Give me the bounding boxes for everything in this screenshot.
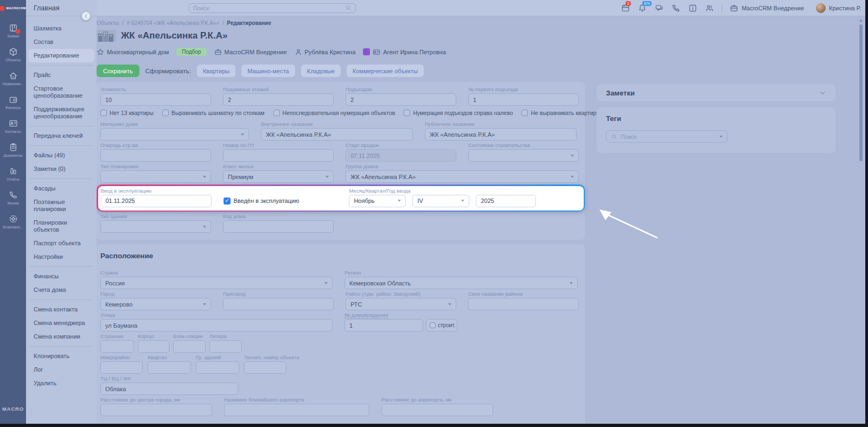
checkbox[interactable]: Нет 13 квартиры [100,110,154,116]
select[interactable]: Кемеровская Область [344,277,578,289]
select[interactable]: РТС [346,298,456,310]
rail-item[interactable]: Недвижим... [0,71,26,86]
text-input[interactable]: 1 [344,319,423,332]
text-input[interactable]: ЖК «Апельсинка Р.К.А» [261,128,413,141]
sidebar-item[interactable]: Поэтажные планировки [28,195,94,216]
save-button[interactable]: Сохранить [97,65,139,77]
text-input[interactable]: 1 [468,93,579,106]
notes-panel[interactable]: Заметки [597,84,835,101]
construction-checkbox[interactable]: строит. [426,319,457,332]
user-menu[interactable]: Кристина Р. [816,3,861,13]
sidebar-item[interactable]: Редактирование [28,49,94,62]
sidebar-item[interactable]: Финансы [28,270,94,283]
text-input[interactable] [148,361,191,374]
global-search[interactable] [189,3,356,13]
text-input[interactable]: 07.11.2025 [346,149,456,162]
text-input[interactable]: ЖК «Апельсинка Р.К.А» [425,128,577,141]
text-input[interactable] [381,404,493,416]
sidebar-item[interactable]: Шахматка [28,22,94,35]
text-input[interactable] [100,149,211,162]
sidebar-item[interactable]: Файлы (49) [28,149,94,162]
text-input[interactable] [244,361,286,374]
object-manager[interactable]: Рублёва Кристина [295,48,356,56]
select[interactable]: Кемерово [100,298,211,310]
generate-button[interactable]: Кладовые [301,65,341,77]
sidebar-item[interactable]: Прайс [28,68,94,82]
select[interactable] [468,149,579,162]
sidebar-item[interactable]: Лог [28,363,94,377]
sidebar-item[interactable]: Смена компании [28,330,94,343]
rail-item[interactable]: Контакты [0,118,26,133]
sidebar-item[interactable]: Заметки (0) [28,162,94,176]
quarter-select[interactable]: IV [412,195,469,207]
rail-item[interactable]: Заявки [0,23,26,38]
scrollbar-thumb[interactable] [859,24,863,161]
sidebar-item[interactable]: Клонировать [28,349,94,363]
text-input[interactable] [468,298,579,310]
checkbox[interactable]: Выравнивать шахматку по стоякам [162,110,265,116]
text-input[interactable] [196,361,239,374]
chat-icon[interactable] [655,4,663,12]
scrollbar[interactable] [859,17,864,423]
users-icon[interactable] [705,4,714,12]
brand-logo[interactable]: MACROCRM [0,0,26,16]
generate-button[interactable]: Квартиры [197,65,235,77]
checkbox[interactable]: Нумерация подъездов справа налево [404,110,513,116]
info-icon[interactable] [688,4,697,12]
sidebar-item[interactable]: Фасады [28,182,94,195]
scroll-up-icon[interactable] [859,19,863,22]
select[interactable] [100,220,211,233]
sidebar-item[interactable]: Паспорт объекта [28,237,94,250]
sidebar-item[interactable]: Передача ключей [28,129,94,143]
checkbox[interactable]: Непоследовательная нумерация объектов [273,110,395,116]
rail-item[interactable]: Возможно... [0,214,26,229]
object-photo[interactable] [97,30,116,42]
text-input[interactable]: ул Баумана [100,319,333,332]
calendar-icon[interactable]: 2 [621,4,630,12]
rail-item[interactable]: Объекты [0,47,26,62]
text-input[interactable]: 2 [346,93,456,106]
rail-item[interactable]: Отчёты [0,166,26,181]
text-input[interactable] [224,404,369,416]
sidebar-item[interactable]: Стартовое ценообразование [28,82,94,103]
breadcrumb-item[interactable]: Объекты [97,20,119,26]
year-input[interactable]: 2025 [476,195,536,207]
sidebar-item[interactable]: Счета дома [28,283,94,297]
select[interactable] [100,128,249,141]
text-input[interactable] [223,298,334,310]
company-switcher[interactable]: MacroCRM Внедрение [730,4,804,12]
text-input[interactable] [100,361,143,374]
commissioned-checkbox[interactable]: Введён в эксплуатацию [224,197,299,205]
text-input[interactable] [209,340,242,353]
generate-button[interactable]: Машино-места [241,65,295,77]
text-input[interactable] [138,340,169,353]
text-input[interactable] [100,404,212,416]
select[interactable] [100,170,211,183]
sidebar-item[interactable]: Удалить [28,377,94,390]
text-input[interactable]: 10 [100,93,211,106]
text-input[interactable] [223,220,334,233]
bell-icon[interactable]: 674 [638,4,647,12]
text-input[interactable]: Облака [100,383,238,395]
phone-call-icon[interactable] [672,4,680,12]
select[interactable]: ЖК «Апельсинка Р.К.А» [346,170,579,183]
select[interactable]: Россия [100,277,333,289]
object-agent[interactable]: Агент Ирина Петровна [363,48,446,56]
breadcrumb-item[interactable]: # 6249704 «ЖК «Апельсинка Р.К.А»» [127,20,219,26]
generate-button[interactable]: Коммерческие объекты [347,65,424,77]
select[interactable]: Премиум [223,170,334,183]
object-company[interactable]: MacroCRM Внедрение [214,48,287,56]
rail-item[interactable]: Финансы [0,94,26,110]
object-type[interactable]: Многоквартирный дом [97,48,169,56]
sidebar-item[interactable]: Смена контакта [28,303,94,316]
text-input[interactable] [223,149,334,162]
sidebar-item[interactable]: Поддерживающее ценообразование [28,103,94,123]
text-input[interactable]: 2 [223,93,334,106]
sidebar-collapse-button[interactable] [81,11,91,21]
rail-item[interactable]: Звонки [0,190,26,205]
tags-search-input[interactable] [621,133,716,140]
month-select[interactable]: Ноябрь [349,195,406,207]
rail-item[interactable]: Документы [0,142,26,157]
sidebar-item[interactable]: Настройки [28,250,94,264]
text-input[interactable] [173,340,206,353]
